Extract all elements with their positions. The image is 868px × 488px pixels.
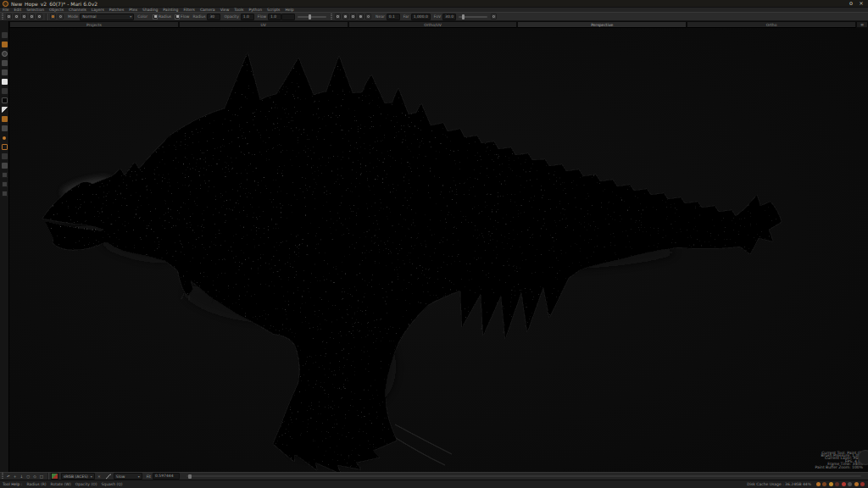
- toolbar-grip2[interactable]: [331, 14, 332, 20]
- mask-preview-swatch[interactable]: [2, 107, 8, 113]
- title-bar: New_Hope_v2_60(7)* - Mari 6.0v2 o ×: [0, 0, 868, 7]
- timeline-slider-knob[interactable]: [188, 474, 192, 479]
- chevron-down-icon: ▾: [91, 474, 92, 479]
- close-window-button[interactable]: ×: [856, 0, 866, 7]
- colorspace-dropdown[interactable]: sRGB (ACES) ▾: [61, 473, 95, 480]
- brush-tip-icon[interactable]: [58, 14, 64, 19]
- projection-icon[interactable]: [358, 14, 364, 19]
- color-picker-tool-icon[interactable]: [2, 135, 8, 141]
- radius-pressure-checkbox[interactable]: [153, 14, 158, 19]
- tool-palette: [0, 28, 9, 472]
- fov-field[interactable]: 30.0: [442, 14, 456, 20]
- toolbar-separator: [46, 14, 47, 20]
- swap-colors-icon[interactable]: [2, 88, 8, 94]
- radius-field[interactable]: 30: [207, 14, 220, 20]
- canvas-toolbar-separator: [47, 473, 48, 480]
- reset-camera-icon[interactable]: [491, 14, 497, 19]
- frame-selection-icon[interactable]: □: [40, 474, 43, 479]
- chevron-down-icon: ▾: [130, 14, 131, 19]
- canvas-toolbar-grip[interactable]: [2, 473, 3, 480]
- hud: Current Tool: Paint (P) Brush Pressure: …: [815, 452, 863, 469]
- color-label: Color: [137, 14, 147, 19]
- creature-model[interactable]: [9, 28, 868, 472]
- opacity-field[interactable]: 1.0: [241, 14, 254, 20]
- gizmo-icon[interactable]: ◇: [33, 474, 36, 479]
- far-field[interactable]: 1,000.0: [411, 14, 431, 20]
- shadow-toggle-icon[interactable]: [2, 181, 8, 187]
- foreground-color-swatch[interactable]: [2, 79, 8, 85]
- restore-window-button[interactable]: o: [846, 0, 856, 7]
- shortcut-radius: Radius (R): [26, 482, 46, 486]
- export-icon[interactable]: [36, 14, 42, 19]
- status-bar: Tool Help : Radius (R) Rotate (W) Opacit…: [0, 480, 868, 488]
- marquee-select-tool-icon[interactable]: [2, 144, 8, 150]
- navigation-ball[interactable]: [858, 450, 868, 465]
- smear-tool-icon[interactable]: [2, 125, 8, 131]
- cache-indicators: [814, 482, 865, 486]
- near-field[interactable]: 0.1: [387, 14, 400, 20]
- tab-ortho-uv[interactable]: Ortho/UV: [348, 21, 518, 28]
- eraser-tool-icon[interactable]: [2, 60, 8, 66]
- symmetry-icon[interactable]: [335, 14, 341, 19]
- background-color-swatch[interactable]: [2, 97, 8, 103]
- lighting-toggle-icon[interactable]: [2, 172, 8, 178]
- colorspace-flag-icon[interactable]: [51, 473, 58, 480]
- import-icon[interactable]: [29, 14, 35, 19]
- blur-tool-icon[interactable]: [2, 116, 8, 122]
- tab-perspective[interactable]: Perspective: [517, 21, 687, 28]
- brush-slider[interactable]: [298, 16, 326, 18]
- paint-brush-icon[interactable]: [50, 14, 56, 19]
- tab-uv[interactable]: UV: [179, 21, 348, 28]
- camera-sphere-icon[interactable]: [365, 14, 371, 19]
- paint-through-tool-icon[interactable]: [2, 69, 8, 75]
- chevron-down-icon: ▾: [138, 474, 140, 479]
- viewport-tab-bar: Projects UV Ortho/UV Perspective Ortho ≡: [0, 21, 868, 28]
- lut-curve-icon[interactable]: [105, 474, 112, 480]
- canvas-toolbar: ↶ + ↓ ○ ◇ □ sRGB (ACES) ▾ × Slow ▾ Fit 0…: [0, 472, 868, 480]
- clear-colorspace-icon[interactable]: ×: [97, 474, 101, 479]
- open-project-icon[interactable]: [14, 14, 19, 19]
- cache-indicator-dot: [848, 482, 852, 486]
- zoom-tool-icon[interactable]: [2, 163, 8, 169]
- timeline-slider[interactable]: [186, 475, 861, 477]
- radius-label: Radius: [192, 14, 205, 19]
- wireframe-toggle-icon[interactable]: [2, 191, 8, 197]
- tab-ortho[interactable]: Ortho: [687, 21, 856, 28]
- viewport-canvas[interactable]: Current Tool: Paint (P) Brush Pressure: …: [9, 28, 868, 472]
- select-tool-icon[interactable]: [2, 32, 8, 38]
- brush-slider-knob[interactable]: [309, 14, 311, 19]
- fov-slider[interactable]: [459, 16, 487, 18]
- brush-preview-box[interactable]: [281, 14, 295, 20]
- blend-mode-dropdown[interactable]: Normal ▾: [80, 14, 134, 20]
- window-title: New_Hope_v2_60(7)* - Mari 6.0v2: [11, 1, 97, 7]
- buffer-icon[interactable]: [342, 14, 348, 19]
- flow-toggle-label: Flow: [181, 14, 189, 19]
- far-label: Far: [403, 14, 409, 19]
- flow-field[interactable]: 1.0: [268, 14, 281, 20]
- fit-button[interactable]: Fit: [147, 474, 151, 479]
- tab-overflow-button[interactable]: ≡: [856, 21, 868, 28]
- filter-quality-dropdown[interactable]: Slow ▾: [114, 473, 142, 480]
- flow-label: Flow: [258, 14, 266, 19]
- disk-cache-label: Disk Cache Usage : 36.24GB 44%: [747, 482, 811, 486]
- fov-slider-knob[interactable]: [462, 14, 465, 19]
- tab-projects[interactable]: Projects: [9, 21, 179, 28]
- toolbar-grip[interactable]: [2, 14, 3, 20]
- cache-indicator-dot: [829, 482, 833, 486]
- paint-tool-icon[interactable]: [2, 51, 8, 57]
- cache-indicator-dot: [816, 482, 821, 486]
- cache-indicator-dot: [835, 482, 839, 486]
- cache-indicator-dot: [854, 482, 859, 486]
- undo-view-icon[interactable]: ↶: [7, 474, 10, 479]
- new-project-icon[interactable]: [6, 14, 12, 19]
- pan-tool-icon[interactable]: [2, 153, 8, 159]
- frame-down-icon[interactable]: ↓: [20, 474, 24, 479]
- transform-tool-icon[interactable]: [2, 42, 8, 47]
- save-project-icon[interactable]: [21, 14, 27, 19]
- pan-view-icon[interactable]: +: [14, 474, 17, 479]
- flow-pressure-checkbox[interactable]: [175, 14, 180, 19]
- rotate-view-icon[interactable]: ○: [26, 474, 30, 479]
- zoom-value-field[interactable]: 0.597444: [153, 473, 180, 480]
- near-label: Near: [376, 14, 385, 19]
- layers-view-icon[interactable]: [350, 14, 356, 19]
